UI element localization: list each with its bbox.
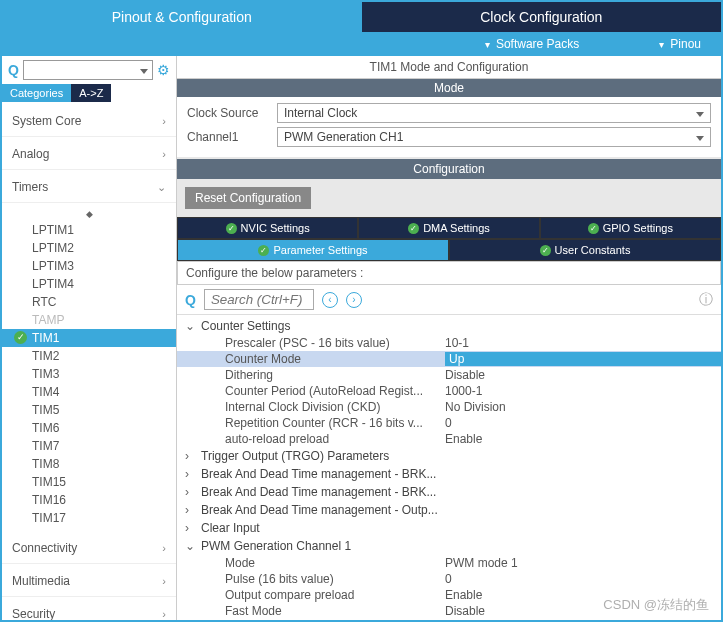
param-row[interactable]: Internal Clock Division (CKD)No Division bbox=[177, 399, 721, 415]
config-tabs-bottom: ✓Parameter Settings✓User Constants bbox=[177, 239, 721, 261]
panel-title: TIM1 Mode and Configuration bbox=[177, 56, 721, 79]
config-tab-parameter-settings[interactable]: ✓Parameter Settings bbox=[177, 239, 449, 261]
tree-item-lptim2[interactable]: LPTIM2 bbox=[2, 239, 176, 257]
sidebar: Q ⚙ Categories A->Z System Core›Analog›T… bbox=[2, 56, 177, 620]
chevron-icon: ⌄ bbox=[157, 181, 166, 194]
tree-item-tim7[interactable]: TIM7 bbox=[2, 437, 176, 455]
configure-label: Configure the below parameters : bbox=[177, 261, 721, 285]
chevron-right-icon: › bbox=[185, 449, 197, 463]
check-icon: ✓ bbox=[408, 223, 419, 234]
chevron-down-icon bbox=[696, 130, 704, 144]
chevron-down-icon: ⌄ bbox=[185, 539, 197, 553]
chevron-icon: › bbox=[162, 608, 166, 620]
tree-item-tim4[interactable]: TIM4 bbox=[2, 383, 176, 401]
config-tab-user-constants[interactable]: ✓User Constants bbox=[449, 239, 721, 261]
param-group[interactable]: ⌄Counter Settings bbox=[177, 317, 721, 335]
content-panel: TIM1 Mode and Configuration Mode Clock S… bbox=[177, 56, 721, 620]
tab-clock-config[interactable]: Clock Configuration bbox=[362, 2, 722, 32]
param-group[interactable]: ›Trigger Output (TRGO) Parameters bbox=[177, 447, 721, 465]
category-system-core[interactable]: System Core› bbox=[2, 106, 176, 137]
sub-toolbar: ▾Software Packs ▾Pinou bbox=[2, 32, 721, 56]
chevron-down-icon bbox=[696, 106, 704, 120]
tree-item-lptim1[interactable]: LPTIM1 bbox=[2, 221, 176, 239]
chevron-icon: › bbox=[162, 148, 166, 160]
category-multimedia[interactable]: Multimedia› bbox=[2, 566, 176, 597]
param-row[interactable]: Repetition Counter (RCR - 16 bits v...0 bbox=[177, 415, 721, 431]
param-group[interactable]: ›Clear Input bbox=[177, 519, 721, 537]
chevron-down-icon: ▾ bbox=[659, 39, 664, 50]
tree-item-rtc[interactable]: RTC bbox=[2, 293, 176, 311]
tree-item-lptim4[interactable]: LPTIM4 bbox=[2, 275, 176, 293]
param-row[interactable]: Counter ModeUp bbox=[177, 351, 721, 367]
tree-item-tim6[interactable]: TIM6 bbox=[2, 419, 176, 437]
tree-item-tim15[interactable]: TIM15 bbox=[2, 473, 176, 491]
tree-item-tim16[interactable]: TIM16 bbox=[2, 491, 176, 509]
channel1-select[interactable]: PWM Generation CH1 bbox=[277, 127, 711, 147]
search-icon[interactable]: Q bbox=[8, 62, 19, 78]
search-combo[interactable] bbox=[23, 60, 153, 80]
parameters-list: ⌄Counter SettingsPrescaler (PSC - 16 bit… bbox=[177, 315, 721, 620]
chevron-down-icon bbox=[140, 63, 148, 77]
tab-pinout-config[interactable]: Pinout & Configuration bbox=[2, 2, 362, 32]
tab-a-to-z[interactable]: A->Z bbox=[71, 84, 111, 102]
tree-item-tim5[interactable]: TIM5 bbox=[2, 401, 176, 419]
chevron-icon: › bbox=[162, 542, 166, 554]
category-connectivity[interactable]: Connectivity› bbox=[2, 533, 176, 564]
config-tab-nvic-settings[interactable]: ✓NVIC Settings bbox=[177, 217, 358, 239]
category-analog[interactable]: Analog› bbox=[2, 139, 176, 170]
tree-item-tim2[interactable]: TIM2 bbox=[2, 347, 176, 365]
chevron-down-icon: ▾ bbox=[485, 39, 490, 50]
config-tab-dma-settings[interactable]: ✓DMA Settings bbox=[358, 217, 539, 239]
param-row[interactable]: Counter Period (AutoReload Regist...1000… bbox=[177, 383, 721, 399]
tree-item-tim8[interactable]: TIM8 bbox=[2, 455, 176, 473]
check-icon: ✓ bbox=[258, 245, 269, 256]
check-icon: ✓ bbox=[540, 245, 551, 256]
chevron-right-icon: › bbox=[185, 485, 197, 499]
software-packs-menu[interactable]: ▾Software Packs bbox=[485, 32, 579, 56]
configuration-header: Configuration bbox=[177, 159, 721, 179]
search-next-icon[interactable]: › bbox=[346, 292, 362, 308]
check-icon: ✓ bbox=[14, 331, 27, 344]
tree-item-tim17[interactable]: TIM17 bbox=[2, 509, 176, 527]
chevron-icon: › bbox=[162, 115, 166, 127]
param-row[interactable]: ModePWM mode 1 bbox=[177, 555, 721, 571]
param-group[interactable]: ›Break And Dead Time management - BRK... bbox=[177, 465, 721, 483]
sort-arrow-icon[interactable]: ◆ bbox=[2, 207, 176, 221]
info-icon[interactable]: ⓘ bbox=[699, 291, 713, 309]
chevron-right-icon: › bbox=[185, 503, 197, 517]
watermark: CSDN @冻结的鱼 bbox=[603, 596, 709, 614]
tree-item-tamp[interactable]: TAMP bbox=[2, 311, 176, 329]
chevron-icon: › bbox=[162, 575, 166, 587]
check-icon: ✓ bbox=[588, 223, 599, 234]
config-tab-gpio-settings[interactable]: ✓GPIO Settings bbox=[540, 217, 721, 239]
param-group[interactable]: ⌄PWM Generation Channel 1 bbox=[177, 537, 721, 555]
mode-header: Mode bbox=[177, 79, 721, 97]
tree-item-tim1[interactable]: ✓TIM1 bbox=[2, 329, 176, 347]
category-timers[interactable]: Timers⌄ bbox=[2, 172, 176, 203]
category-security[interactable]: Security› bbox=[2, 599, 176, 620]
chevron-right-icon: › bbox=[185, 521, 197, 535]
tab-categories[interactable]: Categories bbox=[2, 84, 71, 102]
channel1-label: Channel1 bbox=[187, 130, 277, 144]
tree-item-tim3[interactable]: TIM3 bbox=[2, 365, 176, 383]
top-tabs: Pinout & Configuration Clock Configurati… bbox=[2, 2, 721, 32]
reset-configuration-button[interactable]: Reset Configuration bbox=[185, 187, 311, 209]
param-search-input[interactable] bbox=[204, 289, 314, 310]
category-tree: System Core›Analog›Timers⌄◆LPTIM1LPTIM2L… bbox=[2, 102, 176, 620]
clock-source-label: Clock Source bbox=[187, 106, 277, 120]
param-row[interactable]: DitheringDisable bbox=[177, 367, 721, 383]
param-row[interactable]: Prescaler (PSC - 16 bits value)10-1 bbox=[177, 335, 721, 351]
param-group[interactable]: ›Break And Dead Time management - Outp..… bbox=[177, 501, 721, 519]
param-group[interactable]: ›Break And Dead Time management - BRK... bbox=[177, 483, 721, 501]
param-row[interactable]: Pulse (16 bits value)0 bbox=[177, 571, 721, 587]
search-prev-icon[interactable]: ‹ bbox=[322, 292, 338, 308]
check-icon: ✓ bbox=[226, 223, 237, 234]
search-icon[interactable]: Q bbox=[185, 292, 196, 308]
config-tabs-top: ✓NVIC Settings✓DMA Settings✓GPIO Setting… bbox=[177, 217, 721, 239]
clock-source-select[interactable]: Internal Clock bbox=[277, 103, 711, 123]
param-row[interactable]: auto-reload preloadEnable bbox=[177, 431, 721, 447]
gear-icon[interactable]: ⚙ bbox=[157, 62, 170, 78]
chevron-down-icon: ⌄ bbox=[185, 319, 197, 333]
pinout-menu[interactable]: ▾Pinou bbox=[659, 32, 701, 56]
tree-item-lptim3[interactable]: LPTIM3 bbox=[2, 257, 176, 275]
